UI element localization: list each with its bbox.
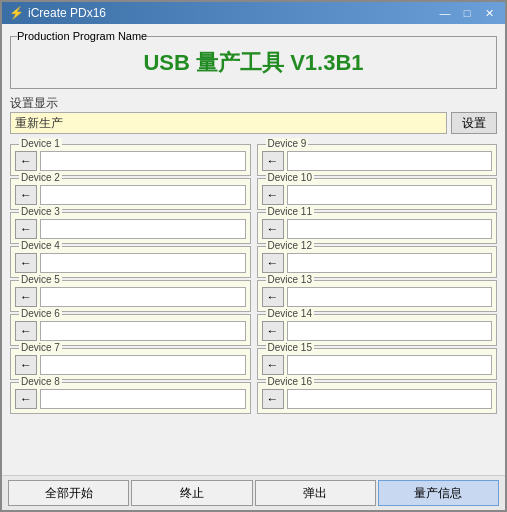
title-bar-buttons: — □ ✕ <box>435 5 499 21</box>
device-row-9: ← <box>262 151 493 171</box>
title-bar-text: iCreate PDx16 <box>28 6 435 20</box>
device-progress-16 <box>287 389 493 409</box>
device-arrow-btn-10[interactable]: ← <box>262 185 284 205</box>
device-progress-6 <box>40 321 246 341</box>
device-progress-4 <box>40 253 246 273</box>
device-progress-15 <box>287 355 493 375</box>
device-label-4: Device 4 <box>19 240 62 251</box>
device-progress-12 <box>287 253 493 273</box>
bottom-btn-0[interactable]: 全部开始 <box>8 480 129 506</box>
device-progress-3 <box>40 219 246 239</box>
devices-right-column: Device 9←Device 10←Device 11←Device 12←D… <box>257 144 498 469</box>
device-progress-5 <box>40 287 246 307</box>
device-label-14: Device 14 <box>266 308 314 319</box>
device-label-16: Device 16 <box>266 376 314 387</box>
main-window: ⚡ iCreate PDx16 — □ ✕ Production Program… <box>0 0 507 512</box>
device-arrow-btn-12[interactable]: ← <box>262 253 284 273</box>
device-row-3: ← <box>15 219 246 239</box>
title-bar: ⚡ iCreate PDx16 — □ ✕ <box>2 2 505 24</box>
device-label-15: Device 15 <box>266 342 314 353</box>
device-row-4: ← <box>15 253 246 273</box>
production-group: Production Program Name USB 量产工具 V1.3B1 <box>10 30 497 89</box>
device-arrow-btn-5[interactable]: ← <box>15 287 37 307</box>
device-progress-13 <box>287 287 493 307</box>
minimize-button[interactable]: — <box>435 5 455 21</box>
devices-area: Device 1←Device 2←Device 3←Device 4←Devi… <box>10 144 497 469</box>
device-label-13: Device 13 <box>266 274 314 285</box>
settings-section: 设置显示 设置 <box>10 95 497 138</box>
close-button[interactable]: ✕ <box>479 5 499 21</box>
device-label-3: Device 3 <box>19 206 62 217</box>
device-progress-1 <box>40 151 246 171</box>
device-progress-8 <box>40 389 246 409</box>
device-row-12: ← <box>262 253 493 273</box>
device-arrow-btn-14[interactable]: ← <box>262 321 284 341</box>
device-label-11: Device 11 <box>266 206 314 217</box>
bottom-btn-2[interactable]: 弹出 <box>255 480 376 506</box>
device-row-13: ← <box>262 287 493 307</box>
device-progress-2 <box>40 185 246 205</box>
device-label-9: Device 9 <box>266 138 309 149</box>
settings-input[interactable] <box>10 112 447 134</box>
device-label-10: Device 10 <box>266 172 314 183</box>
production-group-legend: Production Program Name <box>17 30 147 42</box>
device-row-10: ← <box>262 185 493 205</box>
device-group-device-16: Device 16← <box>257 382 498 414</box>
device-arrow-btn-3[interactable]: ← <box>15 219 37 239</box>
device-arrow-btn-2[interactable]: ← <box>15 185 37 205</box>
app-icon: ⚡ <box>8 5 24 21</box>
bottom-btn-3[interactable]: 量产信息 <box>378 480 499 506</box>
device-row-11: ← <box>262 219 493 239</box>
device-row-1: ← <box>15 151 246 171</box>
device-label-2: Device 2 <box>19 172 62 183</box>
device-group-device-8: Device 8← <box>10 382 251 414</box>
device-row-6: ← <box>15 321 246 341</box>
device-label-1: Device 1 <box>19 138 62 149</box>
devices-left-column: Device 1←Device 2←Device 3←Device 4←Devi… <box>10 144 251 469</box>
device-label-12: Device 12 <box>266 240 314 251</box>
device-arrow-btn-9[interactable]: ← <box>262 151 284 171</box>
device-label-7: Device 7 <box>19 342 62 353</box>
device-arrow-btn-1[interactable]: ← <box>15 151 37 171</box>
device-arrow-btn-8[interactable]: ← <box>15 389 37 409</box>
main-content: Production Program Name USB 量产工具 V1.3B1 … <box>2 24 505 475</box>
device-arrow-btn-11[interactable]: ← <box>262 219 284 239</box>
device-label-8: Device 8 <box>19 376 62 387</box>
device-arrow-btn-16[interactable]: ← <box>262 389 284 409</box>
device-progress-11 <box>287 219 493 239</box>
device-row-5: ← <box>15 287 246 307</box>
device-progress-10 <box>287 185 493 205</box>
production-title: USB 量产工具 V1.3B1 <box>17 44 490 82</box>
settings-row: 设置 <box>10 112 497 134</box>
device-row-16: ← <box>262 389 493 409</box>
settings-button[interactable]: 设置 <box>451 112 497 134</box>
device-label-5: Device 5 <box>19 274 62 285</box>
bottom-bar: 全部开始终止弹出量产信息 <box>2 475 505 510</box>
device-arrow-btn-7[interactable]: ← <box>15 355 37 375</box>
device-arrow-btn-4[interactable]: ← <box>15 253 37 273</box>
device-row-8: ← <box>15 389 246 409</box>
device-label-6: Device 6 <box>19 308 62 319</box>
device-row-2: ← <box>15 185 246 205</box>
device-row-7: ← <box>15 355 246 375</box>
device-arrow-btn-6[interactable]: ← <box>15 321 37 341</box>
bottom-btn-1[interactable]: 终止 <box>131 480 252 506</box>
device-progress-7 <box>40 355 246 375</box>
settings-label: 设置显示 <box>10 95 497 112</box>
device-arrow-btn-13[interactable]: ← <box>262 287 284 307</box>
device-progress-14 <box>287 321 493 341</box>
device-arrow-btn-15[interactable]: ← <box>262 355 284 375</box>
device-row-15: ← <box>262 355 493 375</box>
device-progress-9 <box>287 151 493 171</box>
maximize-button[interactable]: □ <box>457 5 477 21</box>
device-row-14: ← <box>262 321 493 341</box>
